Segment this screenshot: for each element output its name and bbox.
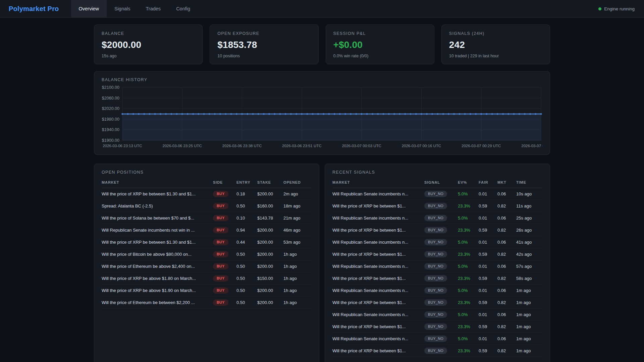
signal-mkt: 0.82 [497,324,516,329]
stat-label: SESSION P&L [333,31,427,36]
signal-market: Will Republican Senate incumbents n... [332,240,424,245]
stat-subtext: 10 positions [217,54,311,58]
signal-market: Will the price of XRP be between $1... [332,228,424,233]
signal-badge: BUY_NO [424,311,447,318]
signal-time: 41s ago [516,240,542,245]
position-stake: $200.00 [257,191,283,196]
signal-ev: 5.0% [458,312,479,317]
signal-ev: 5.0% [458,264,479,269]
open-position-row: Will the price of Ethereum be between $2… [102,297,312,309]
stat-subtext: 10 traded | 229 in last hour [449,54,542,58]
signal-ev: 23.3% [458,228,479,233]
position-opened: 18m ago [283,203,312,208]
position-entry: 0.50 [236,264,257,269]
app-brand: Polymarket Pro [9,5,59,13]
position-entry: 0.94 [236,228,257,233]
signal-fair: 0.01 [479,288,497,293]
svg-text:2026-03-07 00:03 UTC: 2026-03-07 00:03 UTC [342,144,381,148]
signal-fair: 0.59 [479,348,497,353]
top-navigation-bar: Polymarket Pro OverviewSignalsTradesConf… [0,0,644,18]
open-position-row: Will the price of XRP be above $1.90 on … [102,285,312,297]
position-market: Will the price of Solana be between $70 … [102,216,213,221]
signal-mkt: 0.82 [497,203,516,208]
signal-ev: 23.3% [458,252,479,257]
side-badge: BUY [213,287,228,294]
signal-mkt: 0.06 [497,240,516,245]
position-stake: $200.00 [257,252,283,257]
position-opened: 2m ago [283,191,312,196]
svg-text:2026-03-06 23:51 UTC: 2026-03-06 23:51 UTC [282,144,321,148]
stat-card: OPEN EXPOSURE $1853.78 10 positions [210,24,318,64]
position-opened: 1h ago [283,300,312,305]
tab-signals[interactable]: Signals [107,0,138,17]
svg-text:$2060.00: $2060.00 [102,96,119,101]
col-market: MARKET [102,180,213,184]
signal-badge: BUY_NO [424,215,447,221]
engine-status-dot-icon [598,7,601,10]
nav-tabs: OverviewSignalsTradesConfig [71,0,198,17]
signal-market: Will Republican Senate incumbents n... [332,264,424,269]
signal-fair: 0.59 [479,252,497,257]
col-stake: STAKE [257,180,283,184]
col-ev: EV% [458,180,479,184]
open-position-row: Will the price of XRP be between $1.30 a… [102,188,312,200]
signal-badge: BUY_NO [424,336,447,342]
recent-signals-rows: Will Republican Senate incumbents n... B… [332,188,542,357]
recent-signal-row: Will Republican Senate incumbents n... B… [332,285,542,297]
tab-config[interactable]: Config [168,0,198,17]
side-badge: BUY [213,227,228,233]
signal-ev: 23.3% [458,324,479,329]
tab-overview[interactable]: Overview [71,0,107,17]
svg-text:2026-03-06 23:25 UTC: 2026-03-06 23:25 UTC [163,144,202,148]
signal-mkt: 0.06 [497,288,516,293]
open-position-row: Will the price of XRP be above $1.80 on … [102,273,312,285]
signal-fair: 0.01 [479,216,497,221]
open-position-row: Will Republican Senate incumbents not wi… [102,224,312,236]
stat-label: BALANCE [102,31,195,36]
recent-signal-row: Will the price of XRP be between $1... B… [332,200,542,212]
position-market: Will the price of XRP be between $1.30 a… [102,240,213,245]
signal-time: 1m ago [516,336,542,341]
svg-text:2026-03-06 23:38 UTC: 2026-03-06 23:38 UTC [222,144,262,148]
col-market: MARKET [332,180,424,184]
signal-badge: BUY_NO [424,239,447,245]
position-opened: 1h ago [283,276,312,281]
col-side: SIDE [213,180,236,184]
col-signal: SIGNAL [424,180,458,184]
stat-value: 242 [449,40,542,50]
position-entry: 0.50 [236,300,257,305]
signal-market: Will the price of XRP be between $1... [332,276,424,281]
signal-ev: 5.0% [458,191,479,196]
position-stake: $160.00 [257,203,283,208]
recent-signal-row: Will the price of XRP be between $1... B… [332,273,542,285]
position-stake: $200.00 [257,288,283,293]
signal-time: 26s ago [516,228,542,233]
position-stake: $200.00 [257,240,283,245]
position-market: Will the price of XRP be above $1.90 on … [102,288,213,293]
stat-card: SIGNALS (24H) 242 10 traded | 229 in las… [441,24,550,64]
signal-fair: 0.01 [479,191,497,196]
signal-badge: BUY_NO [424,263,447,269]
svg-text:2026-03-07 00:41 UTC: 2026-03-07 00:41 UTC [521,144,542,148]
stat-card: BALANCE $2000.00 15s ago [94,24,203,64]
tab-trades[interactable]: Trades [138,0,169,17]
signal-time: 57s ago [516,264,542,269]
position-stake: $150.00 [257,276,283,281]
side-badge: BUY [213,239,228,245]
svg-text:$2020.00: $2020.00 [102,106,119,111]
position-stake: $143.78 [257,216,283,221]
stat-subtext: 15s ago [102,54,195,58]
recent-signal-row: Will Republican Senate incumbents n... B… [332,333,542,345]
col-mkt: MKT [497,180,516,184]
signal-market: Will Republican Senate incumbents n... [332,336,424,341]
signal-mkt: 0.06 [497,312,516,317]
svg-text:$2100.00: $2100.00 [102,85,119,90]
signal-mkt: 0.82 [497,228,516,233]
engine-status: Engine running [598,6,644,11]
signal-time: 58s ago [516,276,542,281]
signal-ev: 23.3% [458,276,479,281]
signal-ev: 5.0% [458,240,479,245]
position-opened: 1h ago [283,252,312,257]
position-opened: 21m ago [283,216,312,221]
signal-time: 1m ago [516,312,542,317]
